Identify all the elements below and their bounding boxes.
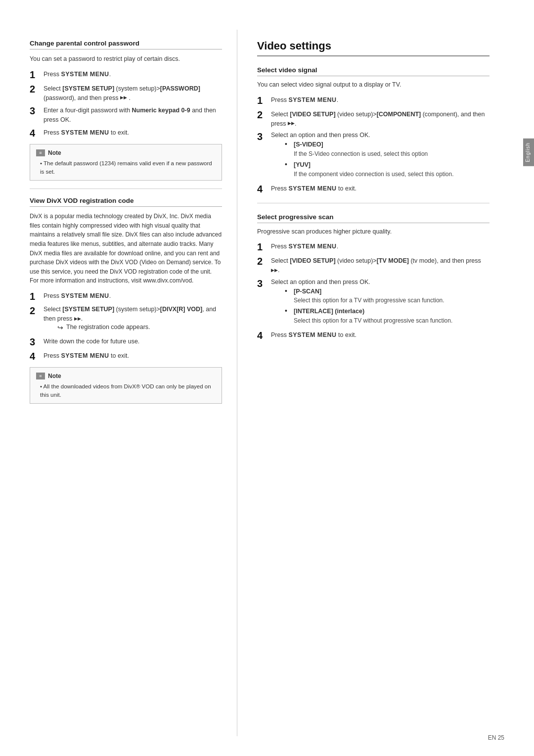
divx-step-number-2: 2 xyxy=(30,305,44,317)
ps-step-number-2: 2 xyxy=(257,255,271,267)
ps-bullet-interlace: • [INTERLACE] (interlace) Select this op… xyxy=(285,307,452,325)
divx-step-3: 3 Write down the code for future use. xyxy=(30,336,222,348)
ps-step-3-bullets: • [P-SCAN] Select this option for a TV w… xyxy=(285,287,452,326)
ps-step-2: 2 Select [VIDEO SETUP] (video setup)>[TV… xyxy=(257,255,490,275)
vs-step-text-1: Press SYSTEM MENU. xyxy=(271,94,338,105)
yuv-desc: If the component video connection is use… xyxy=(294,170,454,179)
step-4: 4 Press SYSTEM MENU to exit. xyxy=(30,127,222,139)
ps-step-text-1: Press SYSTEM MENU. xyxy=(271,241,338,251)
vs-step-text-3: Select an option and then press OK. xyxy=(271,131,370,139)
bullet-dot-interlace: • xyxy=(285,307,291,315)
vs-step-3: 3 Select an option and then press OK. • … xyxy=(257,131,490,180)
bullet-content-pscan: [P-SCAN] Select this option for a TV wit… xyxy=(294,287,445,305)
interlace-label: [INTERLACE] (interlace) xyxy=(294,307,452,316)
divx-step-text-3: Write down the code for future use. xyxy=(44,336,139,346)
divx-note-label: Note xyxy=(48,372,61,380)
progressive-scan-steps: 1 Press SYSTEM MENU. 2 Select [VIDEO SET… xyxy=(257,241,490,341)
video-signal-section: Select video signal You can select video… xyxy=(257,66,490,195)
divx-step-text-1: Press SYSTEM MENU. xyxy=(44,290,111,301)
vs-step-4: 4 Press SYSTEM MENU to exit. xyxy=(257,183,490,195)
ps-step-4: 4 Press SYSTEM MENU to exit. xyxy=(257,330,490,341)
bullet-dot-yuv: • xyxy=(285,160,291,169)
bullet-dot-svideo: • xyxy=(285,140,291,148)
bullet-dot-pscan: • xyxy=(285,287,291,295)
parental-note-bullet: • The default password (1234) remains va… xyxy=(40,159,216,177)
divx-note-header: ≡ Note xyxy=(36,372,216,380)
divx-step-2: 2 Select [SYSTEM SETUP] (system setup)>[… xyxy=(30,305,222,333)
progressive-scan-intro: Progressive scan produces higher picture… xyxy=(257,227,490,236)
divx-step-number-1: 1 xyxy=(30,290,44,302)
vs-step-3-bullets: • [S-VIDEO] If the S-Video connection is… xyxy=(285,140,454,179)
step-number-1: 1 xyxy=(30,69,44,81)
yuv-label: [YUV] xyxy=(294,160,454,170)
divx-vod-title: View DivX VOD registration code xyxy=(30,197,222,207)
step-text-3: Enter a four-digit password with Numeric… xyxy=(44,105,222,125)
progressive-scan-section: Select progressive scan Progressive scan… xyxy=(257,213,490,342)
step-number-3: 3 xyxy=(30,105,44,117)
step-2: 2 Select [SYSTEM SETUP] (system setup)>[… xyxy=(30,83,222,103)
video-signal-intro: You can select video signal output to a … xyxy=(257,80,490,90)
parental-password-section: Change parental control password You can… xyxy=(30,40,222,181)
interlace-desc: Select this option for a TV without prog… xyxy=(294,316,452,325)
pscan-desc: Select this option for a TV with progres… xyxy=(294,296,445,305)
bullet-content-svideo: [S-VIDEO] If the S-Video connection is u… xyxy=(294,140,428,158)
divx-vod-intro: DivX is a popular media technology creat… xyxy=(30,212,222,285)
video-signal-steps: 1 Press SYSTEM MENU. 2 Select [VIDEO SET… xyxy=(257,94,490,195)
vs-step-2: 2 Select [VIDEO SETUP] (video setup)>[CO… xyxy=(257,109,490,129)
vs-bullet-svideo: • [S-VIDEO] If the S-Video connection is… xyxy=(285,140,454,158)
divx-note-box: ≡ Note • All the downloaded videos from … xyxy=(30,367,222,404)
language-tab: English xyxy=(523,139,534,166)
bullet-content-yuv: [YUV] If the component video connection … xyxy=(294,160,454,179)
step-text-2: Select [SYSTEM SETUP] (system setup)>[PA… xyxy=(44,83,222,103)
step-3: 3 Enter a four-digit password with Numer… xyxy=(30,105,222,125)
step-number-2: 2 xyxy=(30,83,44,95)
divx-step-number-3: 3 xyxy=(30,336,44,348)
divx-step-1: 1 Press SYSTEM MENU. xyxy=(30,290,222,302)
left-column: Change parental control password You can… xyxy=(0,30,237,736)
ps-step-text-3: Select an option and then press OK. xyxy=(271,278,370,285)
vs-step-text-4: Press SYSTEM MENU to exit. xyxy=(271,183,356,193)
step-number-4: 4 xyxy=(30,127,44,139)
video-signal-title: Select video signal xyxy=(257,66,490,76)
separator-2 xyxy=(257,203,490,203)
vs-step-number-4: 4 xyxy=(257,183,271,195)
parental-note-box: ≡ Note • The default password (1234) rem… xyxy=(30,144,222,181)
video-settings-title: Video settings xyxy=(257,40,490,56)
ps-step-number-4: 4 xyxy=(257,330,271,341)
vs-step-number-1: 1 xyxy=(257,94,271,106)
divx-vod-steps: 1 Press SYSTEM MENU. 2 Select [SYSTEM SE… xyxy=(30,290,222,362)
divx-step-number-4: 4 xyxy=(30,350,44,362)
ps-step-number-3: 3 xyxy=(257,278,271,289)
separator-1 xyxy=(30,189,222,189)
note-icon: ≡ xyxy=(36,149,45,156)
parental-password-title: Change parental control password xyxy=(30,40,222,49)
divx-step-4: 4 Press SYSTEM MENU to exit. xyxy=(30,350,222,362)
ps-step-text-4: Press SYSTEM MENU to exit. xyxy=(271,330,356,340)
vs-step-number-3: 3 xyxy=(257,131,271,142)
ps-step-1: 1 Press SYSTEM MENU. xyxy=(257,241,490,253)
svideo-label: [S-VIDEO] xyxy=(294,140,428,149)
vs-step-text-2: Select [VIDEO SETUP] (video setup)>[COMP… xyxy=(271,109,490,129)
divx-vod-section: View DivX VOD registration code DivX is … xyxy=(30,197,222,404)
ps-step-text-2: Select [VIDEO SETUP] (video setup)>[TV M… xyxy=(271,255,490,275)
pscan-label: [P-SCAN] xyxy=(294,287,445,296)
ps-step-number-1: 1 xyxy=(257,241,271,253)
vs-step-1: 1 Press SYSTEM MENU. xyxy=(257,94,490,106)
progressive-scan-title: Select progressive scan xyxy=(257,213,490,223)
parental-password-steps: 1 Press SYSTEM MENU. 2 Select [SYSTEM SE… xyxy=(30,69,222,139)
ps-bullet-pscan: • [P-SCAN] Select this option for a TV w… xyxy=(285,287,452,305)
divx-note-icon: ≡ xyxy=(36,373,45,379)
parental-note-label: Note xyxy=(48,148,61,157)
step-1: 1 Press SYSTEM MENU. xyxy=(30,69,222,81)
page-number: EN 25 xyxy=(488,734,504,741)
vs-bullet-yuv: • [YUV] If the component video connectio… xyxy=(285,160,454,179)
divx-note-bullet: • All the downloaded videos from DivX® V… xyxy=(40,382,216,400)
vs-step-number-2: 2 xyxy=(257,109,271,121)
ps-step-3: 3 Select an option and then press OK. • … xyxy=(257,278,490,327)
svideo-desc: If the S-Video connection is used, selec… xyxy=(294,149,428,158)
parental-note-header: ≡ Note xyxy=(36,148,216,157)
right-column: Video settings Select video signal You c… xyxy=(237,30,514,736)
parental-password-intro: You can set a password to restrict play … xyxy=(30,54,222,64)
divx-step-text-2: Select [SYSTEM SETUP] (system setup)>[DI… xyxy=(44,305,216,322)
step-text-1: Press SYSTEM MENU. xyxy=(44,69,111,79)
